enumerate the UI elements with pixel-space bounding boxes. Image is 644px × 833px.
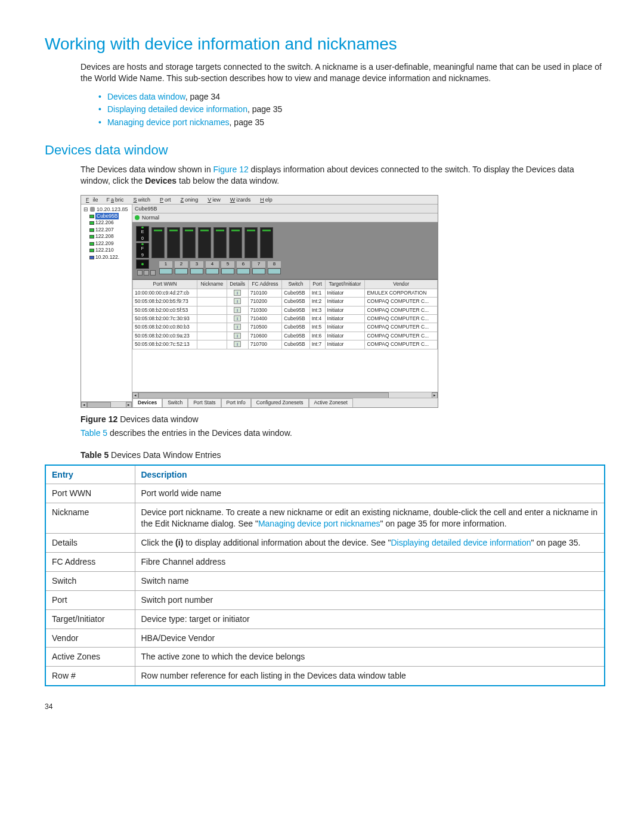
port-number: 1	[159, 261, 172, 268]
port-icon[interactable]	[268, 268, 281, 274]
col-header[interactable]: Port	[309, 280, 325, 289]
status-dot-icon	[135, 215, 140, 220]
port-icon[interactable]	[175, 268, 188, 274]
menu-zoning[interactable]: Zoning	[178, 196, 200, 203]
details-info-icon[interactable]: i	[234, 315, 241, 321]
indicator-box	[136, 259, 149, 269]
port-slot[interactable]	[198, 227, 211, 258]
menu-switch[interactable]: Switch	[131, 196, 152, 203]
port-module[interactable]: F9	[136, 243, 149, 258]
menu-file[interactable]: File	[83, 196, 100, 203]
tree-node[interactable]: 122.208	[82, 233, 132, 240]
port-module[interactable]: E0	[136, 226, 149, 241]
port-icon[interactable]	[159, 268, 172, 274]
desc-cell: The active zone to which the device belo…	[135, 648, 605, 667]
details-info-icon[interactable]: i	[234, 324, 241, 330]
text-fragment: tab below the data window.	[177, 176, 279, 185]
tab-port-info[interactable]: Port Info	[221, 398, 251, 407]
switch-title: Cube95B	[132, 205, 438, 213]
tree-node-label: 122.206	[95, 219, 114, 226]
col-header[interactable]: FC Address	[248, 280, 281, 289]
port-icon[interactable]	[190, 268, 203, 274]
grid-row[interactable]: 50:05:08:b2:00:c0:5f:53i710300Cube95BInt…	[133, 306, 438, 314]
page-heading: Working with device information and nick…	[45, 33, 605, 55]
figure-caption: Figure 12 Devices data window	[80, 414, 605, 425]
bullet-link[interactable]: Displaying detailed device information	[107, 104, 247, 114]
grid-row[interactable]: 50:05:08:b2:00:7c:52:13i710700Cube95BInt…	[133, 340, 438, 349]
details-info-icon[interactable]: i	[234, 307, 241, 313]
grid-row[interactable]: 10:00:00:00:c9:4d:27:cbi710100Cube95BInt…	[133, 289, 438, 297]
port-slot[interactable]	[151, 227, 165, 258]
led-icon	[216, 230, 224, 231]
col-header[interactable]: Details	[227, 280, 248, 289]
menu-wizards[interactable]: Wizards	[228, 196, 252, 203]
led-icon	[169, 230, 178, 231]
port-icon[interactable]	[221, 268, 234, 274]
tree-root[interactable]: ⊟10.20.123.85	[82, 206, 132, 213]
grid-row[interactable]: 50:05:08:b2:00:7c:30:93i710400Cube95BInt…	[133, 315, 438, 323]
col-header[interactable]: Switch	[282, 280, 310, 289]
port-icon[interactable]	[252, 268, 265, 274]
tab-port-stats[interactable]: Port Stats	[188, 398, 221, 407]
tree-node[interactable]: 122.209	[82, 240, 132, 247]
tree-node[interactable]: 10.20.122.	[82, 254, 132, 261]
scroll-right-button[interactable]: ▸	[126, 402, 132, 407]
menu-view[interactable]: View	[205, 196, 222, 203]
table-row: Port WWNPort world wide name	[45, 484, 605, 503]
bottom-tabs[interactable]: Devices Switch Port Stats Port Info Conf…	[132, 398, 438, 407]
tab-switch[interactable]: Switch	[162, 398, 188, 407]
tab-devices[interactable]: Devices	[132, 398, 162, 407]
entry-cell: Details	[45, 534, 135, 553]
led-icon	[154, 230, 162, 231]
col-header[interactable]: Vendor	[365, 280, 438, 289]
details-info-icon[interactable]: i	[234, 333, 241, 339]
menu-fabric[interactable]: Fabric	[106, 196, 125, 203]
inline-link[interactable]: Displaying detailed device information	[391, 538, 531, 547]
port-number: 5	[221, 261, 234, 268]
table-ref-link[interactable]: Table 5	[80, 428, 107, 438]
port-type-label: F	[141, 246, 144, 251]
desc-cell: Fibre Channel address	[135, 552, 605, 571]
grid-row[interactable]: 50:05:08:b2:00:c0:80:b3i710500Cube95BInt…	[133, 323, 438, 332]
grid-hscrollbar[interactable]: ◂▸	[132, 392, 438, 398]
tree-node[interactable]: 122.210	[82, 247, 132, 253]
port-icon[interactable]	[206, 268, 219, 274]
menu-port[interactable]: Port	[157, 196, 172, 203]
col-header[interactable]: Nickname	[197, 280, 227, 289]
details-info-icon[interactable]: i	[234, 341, 241, 347]
details-info-icon[interactable]: i	[234, 290, 241, 296]
bullet-link[interactable]: Devices data window	[107, 92, 185, 101]
port-slot[interactable]	[167, 227, 180, 258]
grid-row[interactable]: 50:05:08:b2:00:b5:f9:73i710200Cube95BInt…	[133, 298, 438, 306]
tab-configured-zonesets[interactable]: Configured Zonesets	[251, 398, 309, 407]
led-icon	[141, 243, 144, 245]
col-header[interactable]: Port WWN	[133, 280, 197, 289]
tab-active-zoneset[interactable]: Active Zoneset	[309, 398, 353, 407]
tree-node[interactable]: 122.206	[82, 219, 132, 226]
tree-node-selected[interactable]: Cube95B	[82, 213, 132, 219]
col-header[interactable]: Target/Initiator	[325, 280, 365, 289]
port-slot[interactable]	[213, 227, 227, 258]
scroll-thumb[interactable]	[87, 402, 111, 407]
tree-node[interactable]: 122.207	[82, 227, 132, 233]
details-info-icon[interactable]: i	[234, 298, 241, 304]
port-slot[interactable]	[244, 227, 258, 258]
figure-ref-link[interactable]: Figure 12	[213, 165, 249, 174]
grid-row[interactable]: 50:05:08:b2:00:c0:9a:23i710600Cube95BInt…	[133, 332, 438, 340]
inline-link[interactable]: Managing device port nicknames	[258, 519, 380, 528]
port-slot[interactable]	[260, 227, 273, 258]
tree-hscrollbar[interactable]: ◂▸	[81, 401, 132, 407]
port-type-label: E	[141, 229, 144, 234]
menubar[interactable]: File Fabric Switch Port Zoning View Wiza…	[81, 196, 438, 205]
menu-help[interactable]: Help	[258, 196, 274, 203]
subheading: Devices data window	[45, 141, 605, 159]
scroll-left-button[interactable]: ◂	[81, 402, 87, 407]
bullet-suffix: , page 35	[230, 117, 264, 127]
bullet-link[interactable]: Managing device port nicknames	[107, 117, 230, 127]
desc-cell: Switch port number	[135, 590, 605, 609]
port-slot[interactable]	[229, 227, 242, 258]
port-slot[interactable]	[182, 227, 196, 258]
fabric-tree[interactable]: ⊟10.20.123.85 Cube95B 122.206 122.207 12…	[81, 205, 132, 407]
devices-grid[interactable]: Port WWN Nickname Details FC Address Swi…	[132, 280, 438, 392]
port-icon[interactable]	[237, 268, 250, 274]
